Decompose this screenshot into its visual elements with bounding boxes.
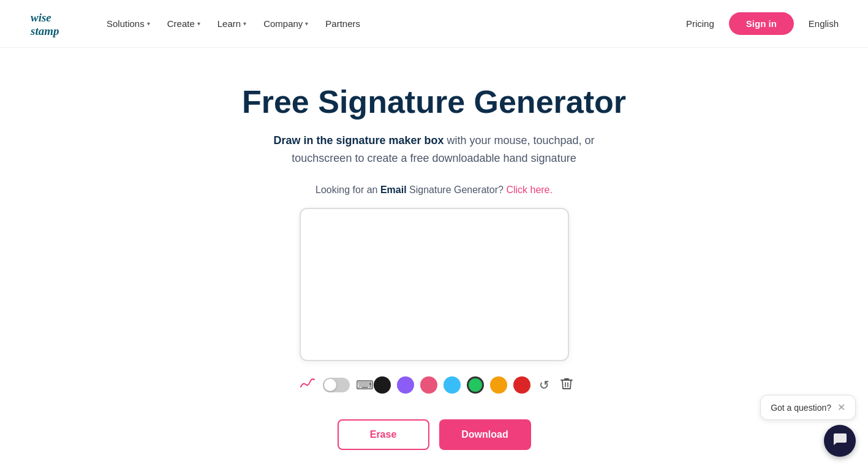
- color-red[interactable]: [513, 376, 530, 394]
- nav-right: Pricing Sign in English: [686, 12, 839, 35]
- nav-left: wise stamp Solutions ▾ Create ▾ Learn ▾ …: [29, 7, 360, 40]
- nav-item-solutions[interactable]: Solutions ▾: [107, 18, 150, 29]
- nav-links: Solutions ▾ Create ▾ Learn ▾ Company ▾ P…: [107, 18, 360, 29]
- svg-text:stamp: stamp: [30, 25, 59, 37]
- keyboard-icon[interactable]: ⌨: [356, 378, 374, 392]
- color-black[interactable]: [374, 376, 391, 394]
- toolbar-right: ↺: [374, 376, 575, 395]
- nav-item-learn[interactable]: Learn ▾: [217, 18, 246, 29]
- erase-button[interactable]: Erase: [338, 419, 429, 450]
- pricing-link[interactable]: Pricing: [686, 18, 714, 29]
- drawing-toolbar: ⌨ ↺: [300, 371, 569, 400]
- color-yellow[interactable]: [490, 376, 507, 394]
- logo[interactable]: wise stamp: [29, 7, 85, 40]
- download-button[interactable]: Download: [439, 419, 531, 450]
- signature-canvas[interactable]: [300, 208, 569, 361]
- pen-icon[interactable]: [300, 377, 317, 393]
- chevron-down-icon: ▾: [147, 20, 150, 27]
- color-purple[interactable]: [397, 376, 414, 394]
- email-signature-prompt: Looking for an Email Signature Generator…: [315, 185, 553, 196]
- navbar: wise stamp Solutions ▾ Create ▾ Learn ▾ …: [0, 0, 868, 48]
- color-green[interactable]: [467, 376, 484, 394]
- page-title: Free Signature Generator: [242, 85, 626, 120]
- language-selector[interactable]: English: [809, 18, 839, 29]
- signin-button[interactable]: Sign in: [729, 12, 794, 35]
- svg-text:wise: wise: [31, 11, 51, 24]
- action-buttons: Erase Download: [338, 419, 531, 450]
- chevron-down-icon: ▾: [197, 20, 200, 27]
- color-pink[interactable]: [420, 376, 437, 394]
- click-here-link[interactable]: Click here.: [506, 185, 553, 195]
- clear-button[interactable]: [558, 376, 575, 395]
- toolbar-left: ⌨: [300, 377, 374, 393]
- chat-bubble: Got a question? ✕: [760, 395, 856, 420]
- nav-item-partners[interactable]: Partners: [325, 18, 360, 29]
- chat-open-button[interactable]: [824, 425, 856, 457]
- nav-item-create[interactable]: Create ▾: [167, 18, 200, 29]
- nav-item-company[interactable]: Company ▾: [263, 18, 308, 29]
- chat-icon: [832, 431, 848, 451]
- main-content: Free Signature Generator Draw in the sig…: [0, 48, 868, 462]
- undo-button[interactable]: ↺: [537, 376, 552, 394]
- color-blue[interactable]: [443, 376, 461, 394]
- chat-close-button[interactable]: ✕: [837, 402, 845, 413]
- chat-widget: Got a question? ✕: [760, 395, 856, 457]
- hero-subtitle: Draw in the signature maker box with you…: [257, 132, 612, 167]
- draw-type-toggle[interactable]: [323, 378, 350, 392]
- chevron-down-icon: ▾: [243, 20, 246, 27]
- chat-bubble-text: Got a question?: [771, 403, 831, 413]
- chevron-down-icon: ▾: [305, 20, 308, 27]
